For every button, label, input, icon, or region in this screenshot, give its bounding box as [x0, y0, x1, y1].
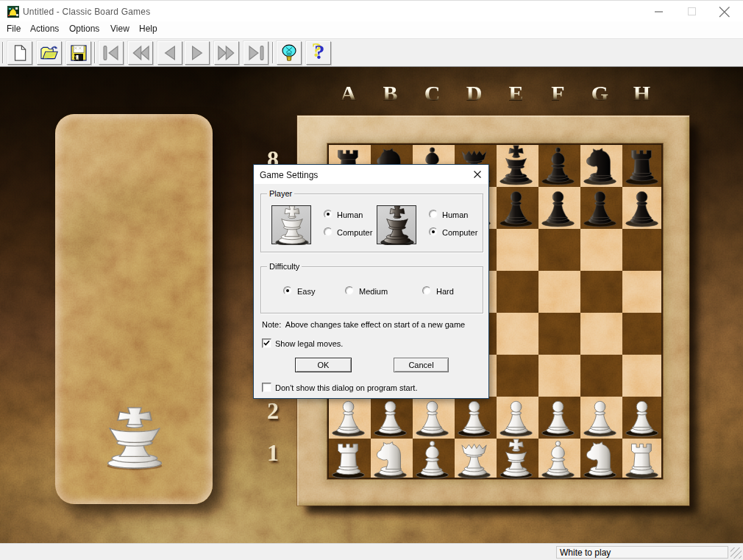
- svg-text:?: ?: [314, 43, 324, 63]
